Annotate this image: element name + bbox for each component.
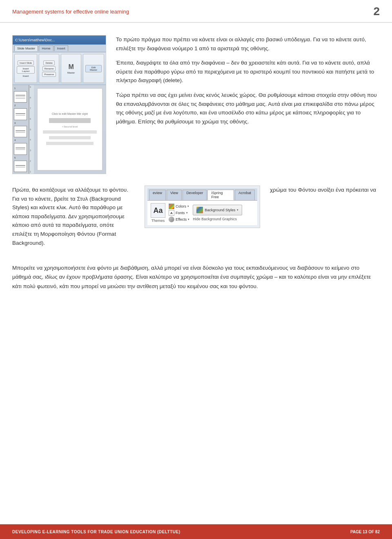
colors-label[interactable]: Colors <box>176 204 186 208</box>
slide-thumb-4[interactable] <box>14 143 27 154</box>
slide-num-5: 5 <box>14 156 27 159</box>
slide-thumb-2[interactable] <box>14 108 27 120</box>
section1-text: Το πρώτο πράγμα που πρέπει να κάνετε είν… <box>116 35 380 174</box>
tab-home[interactable]: Home <box>39 45 53 51</box>
effects-row: Effects ▾ <box>169 217 189 222</box>
ribbon-group-edit2: Edit Master <box>83 54 104 83</box>
horizontal-ruler: 9 8 7 6 5 4 3 2 1 <box>29 85 34 174</box>
fonts-dropdown-arrow[interactable]: ▾ <box>186 211 188 215</box>
slide-num-3: 3 <box>14 121 27 125</box>
section-1: C:\Users\matthew\Doc... Slide Master Hom… <box>12 35 380 174</box>
footer-left-text: DEVELOPING E-LEARNING TOOLS FOR TRADE UN… <box>12 530 180 534</box>
section3-para: Μπορείτε να χρησιμοποιήσετε ένα φόντο με… <box>12 264 380 291</box>
tab-insert[interactable]: Insert <box>54 45 68 51</box>
ribbon-screenshot: eview View Developer iSpring Free Acroba… <box>145 186 260 228</box>
document-title: Management systems for effective online … <box>12 9 129 15</box>
section2-text-right: χρώμα του Φόντου ανοίξει ένα πρόκειται ν… <box>270 186 380 199</box>
slide-num-1: 1 <box>14 87 27 90</box>
tab-acrobat[interactable]: Acrobat <box>235 190 255 200</box>
insert-slide-btn[interactable]: Insert Slide <box>18 60 34 65</box>
section-3: Μπορείτε να χρησιμοποιήσετε ένα φόντο με… <box>12 264 380 291</box>
para3: Τώρα πρέπει να σας έχει μείνει ένας κενό… <box>116 91 380 126</box>
para1: Το πρώτο πράγμα που πρέπει να κάνετε είν… <box>116 35 380 53</box>
master-label: Master <box>67 72 75 74</box>
hide-bg-text: Hide Background Graphics <box>193 217 242 221</box>
ribbon-group-master: M Master <box>61 54 81 83</box>
ppt-content-area: 1 2 3 <box>13 85 106 174</box>
colors-fonts-effects-group: Colors ▾ A Fonts ▾ Effects ▾ <box>169 204 189 222</box>
delete-btn[interactable]: Delete <box>43 60 54 65</box>
slide-line-2 <box>49 136 91 139</box>
slide-thumb-3[interactable] <box>14 126 27 137</box>
bg-styles-arrow[interactable]: ▾ <box>237 208 238 212</box>
ppt-titlebar: C:\Users\matthew\Doc... <box>13 36 106 45</box>
slide-second-level: • Second level <box>62 125 78 128</box>
aa-icon: Aa <box>151 203 165 218</box>
effects-label[interactable]: Effects <box>176 217 187 221</box>
slide-num-2: 2 <box>14 104 27 107</box>
slide-thumb-1[interactable] <box>14 91 27 103</box>
tab-eview[interactable]: eview <box>149 190 166 200</box>
footer-right-text: PAGE 13 OF 82 <box>350 530 380 534</box>
slide-thumb-5[interactable] <box>14 161 27 172</box>
page-footer: DEVELOPING E-LEARNING TOOLS FOR TRADE UN… <box>0 524 392 539</box>
themes-group: Aa Themes <box>151 203 165 223</box>
page-number: 2 <box>373 5 380 18</box>
section2-text-left: Πρώτα, θα κοιτάξουμε να αλλάξουμε το φόν… <box>12 186 135 252</box>
bg-styles-label: Background Styles <box>205 208 235 212</box>
ppt-slide-panel: 1 2 3 <box>13 85 29 174</box>
bg-section: Background Styles ▾ Hide Background Grap… <box>193 205 242 221</box>
themes-label: Themes <box>151 219 165 223</box>
bg-styles-button[interactable]: Background Styles ▾ <box>193 205 242 215</box>
main-content: C:\Users\matthew\Doc... Slide Master Hom… <box>0 23 392 291</box>
effects-dropdown-arrow[interactable]: ▾ <box>188 218 189 221</box>
ppt-screenshot: C:\Users\matthew\Doc... Slide Master Hom… <box>12 35 106 174</box>
ribbon-tabs: eview View Developer iSpring Free Acroba… <box>147 188 257 201</box>
fonts-label[interactable]: Fonts <box>176 211 185 215</box>
ribbon-group-edit: Delete Rename Preserve <box>39 54 59 83</box>
slide-num-4: 4 <box>14 139 27 142</box>
colors-swatch <box>169 204 174 209</box>
slide-line-3 <box>46 142 94 145</box>
tab-developer[interactable]: Developer <box>183 190 207 200</box>
rename-btn[interactable]: Rename <box>42 66 56 71</box>
para2: Έπειτα, διαγράψτε τα όλα από την διαφάνε… <box>116 58 380 85</box>
master-icon: M <box>68 63 74 71</box>
ribbon-group-insert: Insert Slide Insert Layout Insert <box>14 54 37 83</box>
section2-para-right: χρώμα του Φόντου ανοίξει ένα πρόκειται ν… <box>270 186 380 195</box>
section-2: Πρώτα, θα κοιτάξουμε να αλλάξουμε το φόν… <box>12 186 380 252</box>
slide-title-bar <box>49 118 91 123</box>
fonts-swatch: A <box>169 210 174 216</box>
slide-click-hint: Click to edit Master title style <box>52 112 88 115</box>
ppt-titlebar-text: C:\Users\matthew\Doc... <box>15 38 55 42</box>
colors-row: Colors ▾ <box>169 204 189 209</box>
section2-para1: Πρώτα, θα κοιτάξουμε να αλλάξουμε το φόν… <box>12 186 135 247</box>
tab-slide-master[interactable]: Slide Master <box>14 45 38 51</box>
tab-view[interactable]: View <box>167 190 182 200</box>
colors-dropdown-arrow[interactable]: ▾ <box>187 205 189 208</box>
ribbon-tabs-row: Slide Master Home Insert <box>13 45 106 52</box>
ppt-ribbon: Insert Slide Insert Layout Insert Delete… <box>13 52 106 85</box>
preserve-btn[interactable]: Preserve <box>42 72 56 77</box>
fonts-row: A Fonts ▾ <box>169 210 189 216</box>
insert-group-label: Insert <box>23 75 29 77</box>
bg-styles-icon <box>196 207 203 213</box>
effects-swatch <box>169 217 174 222</box>
insert-layout-btn[interactable]: Insert Layout <box>17 66 35 74</box>
ribbon-body: Aa Themes Colors ▾ A Fonts ▾ <box>147 201 257 225</box>
slide-line-1 <box>43 130 96 134</box>
main-slide-view: Click to edit Master title style • Secon… <box>37 88 102 170</box>
tab-ispring[interactable]: iSpring Free <box>207 190 234 200</box>
page-header: Management systems for effective online … <box>0 0 392 23</box>
edit-master-btn[interactable]: Edit Master <box>85 65 102 72</box>
